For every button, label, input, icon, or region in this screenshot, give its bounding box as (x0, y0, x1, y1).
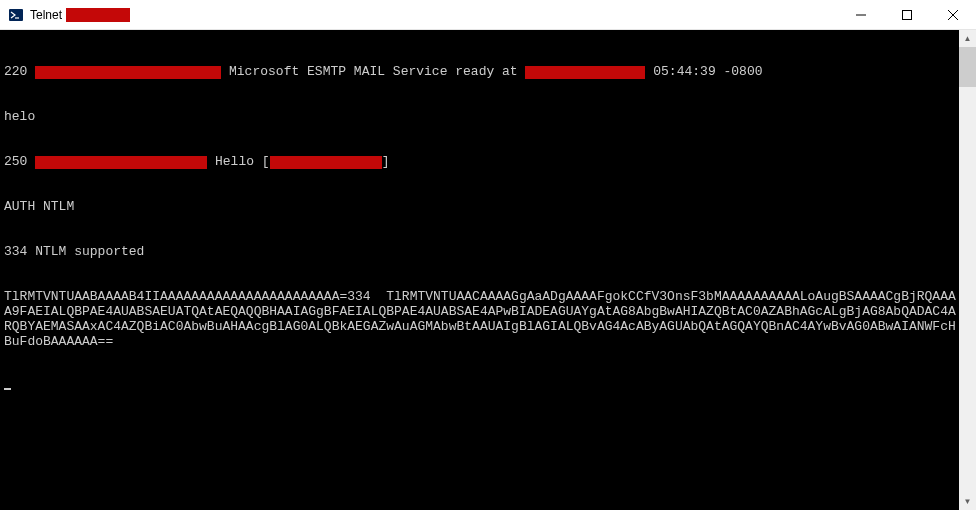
window-title-prefix: Telnet (30, 8, 62, 22)
scroll-track[interactable] (959, 47, 976, 493)
terminal-line: 220 Microsoft ESMTP MAIL Service ready a… (4, 64, 959, 79)
terminal-line: 250 Hello [] (4, 154, 959, 169)
redacted-host (35, 156, 207, 169)
smtp-command: helo (4, 109, 35, 124)
scroll-thumb[interactable] (959, 47, 976, 87)
svg-rect-3 (903, 10, 912, 19)
cursor (4, 388, 11, 390)
terminal-cursor-line (4, 379, 959, 394)
smtp-code: 250 (4, 154, 35, 169)
terminal-line: 334 NTLM supported (4, 244, 959, 259)
redacted-host (35, 66, 221, 79)
minimize-button[interactable] (838, 0, 884, 30)
smtp-hello-text: Hello [ (207, 154, 269, 169)
smtp-hello-suffix: ] (382, 154, 390, 169)
terminal-line: helo (4, 109, 959, 124)
smtp-banner-text: Microsoft ESMTP MAIL Service ready at (221, 64, 525, 79)
close-button[interactable] (930, 0, 976, 30)
scroll-up-button[interactable]: ▲ (959, 30, 976, 47)
terminal-line: AUTH NTLM (4, 199, 959, 214)
window-title: Telnet (30, 8, 130, 22)
smtp-code: 220 (4, 64, 35, 79)
maximize-button[interactable] (884, 0, 930, 30)
redacted-date (525, 66, 645, 79)
title-bar: Telnet (0, 0, 976, 30)
smtp-command: AUTH NTLM (4, 199, 74, 214)
smtp-response: 334 NTLM supported (4, 244, 144, 259)
terminal-line: TlRMTVNTUAABAAAAB4IIAAAAAAAAAAAAAAAAAAAA… (4, 289, 959, 349)
terminal-output[interactable]: 220 Microsoft ESMTP MAIL Service ready a… (0, 30, 959, 510)
smtp-timestamp: 05:44:39 -0800 (645, 64, 762, 79)
window-controls (838, 0, 976, 30)
vertical-scrollbar[interactable]: ▲ ▼ (959, 30, 976, 510)
scroll-down-button[interactable]: ▼ (959, 493, 976, 510)
redacted-ip (270, 156, 382, 169)
terminal-container: 220 Microsoft ESMTP MAIL Service ready a… (0, 30, 976, 510)
redacted-title-host (66, 8, 130, 22)
ntlm-blob: TlRMTVNTUAABAAAAB4IIAAAAAAAAAAAAAAAAAAAA… (4, 289, 956, 349)
powershell-icon (8, 7, 24, 23)
